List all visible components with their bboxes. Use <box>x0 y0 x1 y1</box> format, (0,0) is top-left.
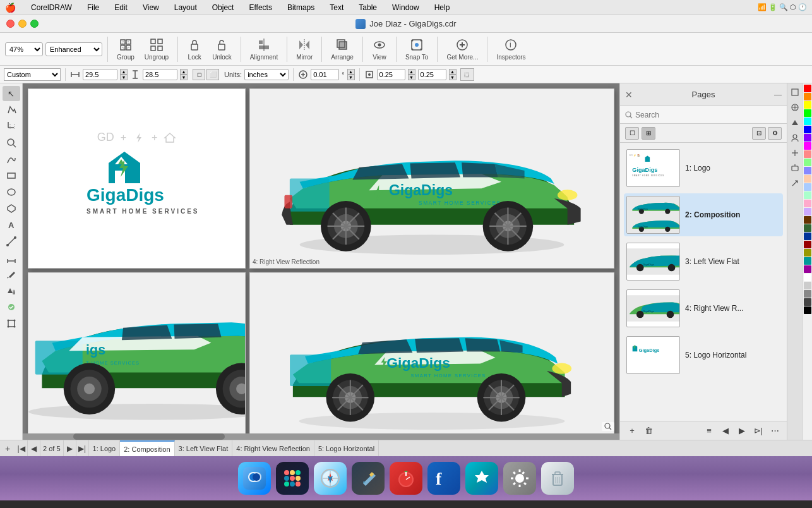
dock-tomato-timer[interactable] <box>390 462 422 495</box>
swatch-magenta[interactable] <box>804 142 811 150</box>
width-input[interactable] <box>83 69 117 80</box>
nudge-spin-up[interactable]: ▲ <box>347 69 355 75</box>
pages-end-button[interactable]: ⊳| <box>751 425 765 437</box>
swatch-lightblue[interactable] <box>804 167 811 174</box>
page-view-single-button[interactable]: ☐ <box>625 127 639 140</box>
pages-close-button[interactable]: ✕ <box>625 90 633 100</box>
horizontal-scrollbar[interactable] <box>23 433 619 440</box>
get-more-button[interactable]: Get More... <box>443 35 482 63</box>
right-panel-icon-4[interactable] <box>789 131 801 144</box>
text-tool[interactable]: A <box>3 217 20 233</box>
shape-tool[interactable] <box>3 102 20 118</box>
tab-5-logo-horizontal[interactable]: 5: Logo Horizontal <box>314 440 379 456</box>
swatch-darkred[interactable] <box>804 241 811 248</box>
menu-table[interactable]: Table <box>356 2 379 13</box>
page-thumb-item-4[interactable]: GigaDigs 4: Right View R... <box>624 287 783 330</box>
menu-coreldraw[interactable]: CorelDRAW <box>28 2 75 13</box>
tab-4-right-view-reflection[interactable]: 4: Right View Reflection <box>232 440 314 456</box>
menu-file[interactable]: File <box>85 2 102 13</box>
swatch-skyblue[interactable] <box>804 183 811 191</box>
swatch-lightgreen[interactable] <box>804 159 811 166</box>
nudge-input[interactable] <box>311 69 339 80</box>
alignment-button[interactable]: Alignment <box>246 35 282 63</box>
snap-to-button[interactable]: Snap To <box>402 35 433 63</box>
delete-page-button[interactable]: 🗑 <box>642 425 655 437</box>
swatch-yellow[interactable] <box>804 101 811 109</box>
menu-layout[interactable]: Layout <box>172 2 200 13</box>
pages-prev-button[interactable]: ◀ <box>719 425 732 437</box>
height-input[interactable] <box>143 69 177 80</box>
right-panel-icon-2[interactable] <box>789 101 801 114</box>
apple-menu[interactable]: 🍎 <box>5 3 16 13</box>
portrait-button[interactable]: ◻ <box>193 69 205 80</box>
fill-tool[interactable] <box>3 283 20 298</box>
connector-tool[interactable] <box>3 234 20 249</box>
freehand-tool[interactable] <box>3 152 20 167</box>
swatch-green[interactable] <box>804 109 811 117</box>
width-spin-down[interactable]: ▼ <box>120 75 128 80</box>
zoom-tool[interactable] <box>3 135 20 150</box>
offset-y-input[interactable] <box>418 69 446 80</box>
tab-nav-last[interactable]: ▶| <box>76 440 89 456</box>
scrollbar-thumb[interactable] <box>73 433 225 440</box>
right-panel-icon-6[interactable] <box>789 162 801 174</box>
menu-effects[interactable]: Effects <box>246 2 274 13</box>
offsety-spin-down[interactable]: ▼ <box>449 75 457 80</box>
tab-1-logo[interactable]: 1: Logo <box>89 440 121 456</box>
swatch-purple[interactable] <box>804 265 811 273</box>
tab-3-left-view-flat[interactable]: 3: Left View Flat <box>175 440 233 456</box>
menu-view[interactable]: View <box>140 2 162 13</box>
page-thumb-item-3[interactable]: GigaDigs 3: Left View Flat <box>624 240 783 283</box>
menu-help[interactable]: Help <box>432 2 453 13</box>
rectangle-tool[interactable] <box>3 168 20 183</box>
maximize-button[interactable] <box>30 20 39 28</box>
right-panel-icon-5[interactable] <box>789 147 801 159</box>
swatch-lightgray[interactable] <box>804 282 811 289</box>
view-button[interactable]: View <box>368 35 391 63</box>
menu-edit[interactable]: Edit <box>112 2 130 13</box>
page-3-left-view[interactable]: igs T HOME SERVICES <box>28 272 246 440</box>
pages-collapse-button[interactable]: — <box>774 90 782 99</box>
offset-x-input[interactable] <box>377 69 405 80</box>
ellipse-tool[interactable] <box>3 184 20 200</box>
swatch-brown[interactable] <box>804 216 811 224</box>
apply-size-button[interactable]: ⬚ <box>460 68 474 81</box>
unlock-button[interactable]: Unlock <box>208 35 236 63</box>
right-panel-icon-7[interactable] <box>789 177 801 190</box>
zoom-select[interactable]: 47%50%100% <box>5 42 43 56</box>
offsetx-spin-down[interactable]: ▼ <box>408 75 415 80</box>
menu-text[interactable]: Text <box>327 2 346 13</box>
tab-nav-first[interactable]: |◀ <box>15 440 28 456</box>
swatch-olive[interactable] <box>804 249 811 257</box>
select-tool[interactable]: ↖ <box>3 86 20 101</box>
mirror-button[interactable]: Mirror <box>292 35 316 63</box>
page-thumb-item-2[interactable]: GigaDigs GigaDigs 2: Composition <box>624 193 783 236</box>
dock-fontlab[interactable]: f <box>427 462 460 495</box>
close-button[interactable] <box>6 20 15 28</box>
swatch-black[interactable] <box>804 306 811 314</box>
page-1-logo[interactable]: GD + + GigaDigs SMART H <box>28 88 246 269</box>
group-button[interactable]: Group <box>113 35 138 63</box>
page-settings-button[interactable]: ⚙ <box>768 127 782 140</box>
swatch-violet[interactable] <box>804 134 811 142</box>
add-page-tab-button[interactable]: + <box>0 440 15 456</box>
tab-nav-prev[interactable]: ◀ <box>28 440 40 456</box>
swatch-white[interactable] <box>804 274 811 281</box>
lock-button[interactable]: Lock <box>183 35 206 63</box>
swatch-orange[interactable] <box>804 93 811 100</box>
nudge-spin-down[interactable]: ▼ <box>347 75 355 80</box>
page-view-options-button[interactable]: ⊡ <box>752 127 766 140</box>
landscape-button[interactable]: ⬜ <box>206 69 219 80</box>
swatch-teal[interactable] <box>804 257 811 265</box>
arrange-button[interactable]: Arrange <box>327 35 357 63</box>
dock-trash[interactable] <box>541 462 574 495</box>
pages-more-button[interactable]: ⋯ <box>768 425 782 437</box>
page-2-composition[interactable]: GigaDigs SMART HOME SERVICES <box>249 88 614 269</box>
page-4-right-reflection[interactable]: GigaDigs SMART HOME SERVICES <box>249 272 614 440</box>
dock-pencil[interactable] <box>352 462 385 495</box>
page-thumb-item-1[interactable]: GD ⚡ 🏠 GigaDigs SMART HOME SERVICES 1: L… <box>624 147 783 190</box>
eyedropper-tool[interactable] <box>3 267 20 282</box>
polygon-tool[interactable] <box>3 201 20 216</box>
swatch-darkblue[interactable] <box>804 233 811 240</box>
swatch-lavender[interactable] <box>804 208 811 215</box>
